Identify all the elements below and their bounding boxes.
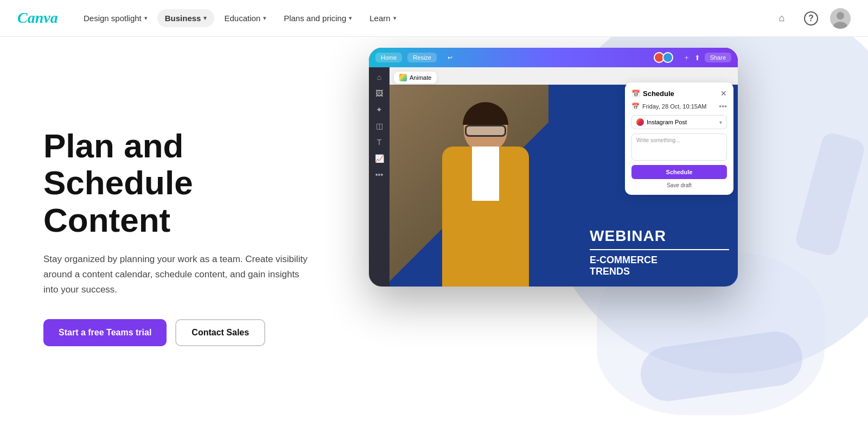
schedule-header: 📅 Schedule ✕ xyxy=(631,89,727,98)
question-mark-icon: ? xyxy=(804,11,818,26)
platform-label: Instagram Post xyxy=(647,119,717,125)
svg-text:Canva: Canva xyxy=(17,9,58,26)
more-options-icon[interactable]: ••• xyxy=(719,102,727,111)
logo[interactable]: Canva xyxy=(17,9,61,28)
nav-label-learn: Learn xyxy=(369,14,390,23)
schedule-button[interactable]: Schedule xyxy=(631,165,727,179)
schedule-date-row: 📅 Friday, 28 Oct, 10:15AM ••• xyxy=(631,102,727,111)
person-glasses xyxy=(465,125,506,137)
hero-left-panel: Plan and Schedule Content Stay organized… xyxy=(0,37,347,426)
person-body xyxy=(442,147,529,287)
nav-item-learn[interactable]: Learn ▾ xyxy=(362,9,404,27)
sidebar-text-icon[interactable]: T xyxy=(377,138,382,147)
webinar-subtitle2: TRENDS xyxy=(590,266,729,278)
tablet-sidebar: ⌂ 🖼 ✦ ◫ T 📈 ••• xyxy=(369,67,390,287)
sidebar-image-icon[interactable]: 🖼 xyxy=(375,89,383,98)
nav-label-business: Business xyxy=(165,14,201,23)
sidebar-chart-icon[interactable]: 📈 xyxy=(375,154,384,163)
animate-icon xyxy=(399,74,407,81)
chevron-down-icon: ▾ xyxy=(144,15,148,22)
schedule-panel: 📅 Schedule ✕ 📅 Friday, 28 Oct, 10:15AM •… xyxy=(625,82,733,195)
calendar-icon: 📅 xyxy=(631,90,640,98)
nav-label-education: Education xyxy=(224,14,260,23)
person-photo xyxy=(390,85,581,287)
schedule-date-text: Friday, 28 Oct, 10:15AM xyxy=(642,103,706,110)
tablet-mockup: Home Resize ↩ ＋ ⬆ Share ⌂ � xyxy=(369,48,738,287)
nav-item-design-spotlight[interactable]: Design spotlight ▾ xyxy=(76,9,155,27)
help-icon-button[interactable]: ? xyxy=(801,8,821,29)
tablet-home-btn[interactable]: Home xyxy=(375,53,402,62)
chevron-down-icon: ▾ xyxy=(719,119,722,125)
tablet-canvas: Animate xyxy=(390,67,738,287)
nav-item-education[interactable]: Education ▾ xyxy=(216,9,274,27)
schedule-title: 📅 Schedule xyxy=(631,90,674,98)
chevron-down-icon: ▾ xyxy=(203,15,207,22)
share-button[interactable]: Share xyxy=(705,53,731,62)
main-content: Plan and Schedule Content Stay organized… xyxy=(0,37,868,426)
add-icon: ＋ xyxy=(683,53,690,62)
sidebar-star-icon[interactable]: ✦ xyxy=(376,105,382,114)
sidebar-home-icon[interactable]: ⌂ xyxy=(377,73,381,81)
nav-right: ⌂ ? xyxy=(771,8,851,29)
user-avatar[interactable] xyxy=(830,8,851,29)
animate-badge[interactable]: Animate xyxy=(394,72,437,84)
blue-divider xyxy=(548,85,581,287)
avatar-2 xyxy=(662,52,673,63)
person-figure xyxy=(431,102,540,287)
webinar-subtitle1: E-COMMERCE xyxy=(590,255,729,266)
svg-point-2 xyxy=(837,12,844,20)
chevron-down-icon: ▾ xyxy=(263,15,266,22)
animate-label: Animate xyxy=(410,74,431,81)
navbar: Canva Design spotlight ▾ Business ▾ Educ… xyxy=(0,0,868,37)
upload-icon: ⬆ xyxy=(694,54,700,62)
tablet-content: ⌂ 🖼 ✦ ◫ T 📈 ••• Animate xyxy=(369,67,738,287)
tablet-topbar-icons: ＋ ⬆ Share xyxy=(683,53,731,62)
sidebar-layer-icon[interactable]: ◫ xyxy=(376,122,383,130)
close-icon[interactable]: ✕ xyxy=(720,89,727,98)
tablet-resize-btn[interactable]: Resize xyxy=(407,53,437,62)
nav-item-business[interactable]: Business ▾ xyxy=(157,9,215,27)
person-hair xyxy=(463,102,508,125)
write-something-input[interactable]: Write something... xyxy=(631,133,727,161)
nav-item-plans-pricing[interactable]: Plans and pricing ▾ xyxy=(276,9,360,27)
hero-description: Stay organized by planning your work as … xyxy=(43,252,315,297)
tablet-topbar: Home Resize ↩ ＋ ⬆ Share xyxy=(369,48,738,67)
hero-buttons: Start a free Teams trial Contact Sales xyxy=(43,319,315,346)
tablet-undo-btn[interactable]: ↩ xyxy=(442,53,458,63)
nav-label-design-spotlight: Design spotlight xyxy=(84,14,142,23)
person-shirt xyxy=(472,147,499,201)
start-trial-button[interactable]: Start a free Teams trial xyxy=(43,319,167,346)
collaborator-avatars xyxy=(654,52,673,63)
webinar-divider xyxy=(590,249,729,250)
nav-label-plans-pricing: Plans and pricing xyxy=(284,14,346,23)
webinar-title: WEBINAR xyxy=(590,228,729,245)
home-icon: ⌂ xyxy=(779,12,785,24)
sidebar-more-icon[interactable]: ••• xyxy=(375,170,384,179)
date-icon: 📅 xyxy=(631,103,640,110)
hero-title: Plan and Schedule Content xyxy=(43,128,315,239)
instagram-icon xyxy=(636,118,644,126)
contact-sales-button[interactable]: Contact Sales xyxy=(175,319,265,346)
home-icon-button[interactable]: ⌂ xyxy=(771,8,792,29)
write-placeholder: Write something... xyxy=(636,137,680,143)
platform-selector[interactable]: Instagram Post ▾ xyxy=(631,115,727,129)
chevron-down-icon: ▾ xyxy=(393,15,397,22)
chevron-down-icon: ▾ xyxy=(349,15,352,22)
nav-links: Design spotlight ▾ Business ▾ Education … xyxy=(76,9,771,27)
hero-right-panel: Home Resize ↩ ＋ ⬆ Share ⌂ � xyxy=(347,37,868,426)
save-draft-button[interactable]: Save draft xyxy=(631,182,727,188)
